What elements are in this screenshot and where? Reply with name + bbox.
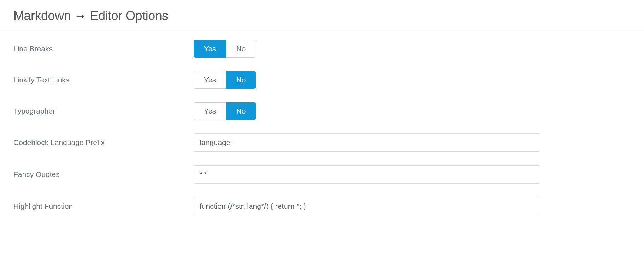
label-typographer: Typographer: [13, 107, 194, 115]
toggle-typographer: Yes No: [194, 102, 256, 120]
toggle-linkify-no[interactable]: No: [226, 71, 256, 89]
row-linkify: Linkify Text Links Yes No: [13, 71, 631, 89]
row-fancy-quotes: Fancy Quotes: [13, 165, 631, 184]
toggle-line-breaks-yes[interactable]: Yes: [194, 40, 226, 58]
row-line-breaks: Line Breaks Yes No: [13, 40, 631, 58]
page-title: Markdown → Editor Options: [13, 8, 631, 23]
toggle-line-breaks-no[interactable]: No: [226, 40, 256, 58]
label-fancy-quotes: Fancy Quotes: [13, 170, 194, 179]
control-wrap: [194, 133, 631, 152]
label-linkify: Linkify Text Links: [13, 76, 194, 84]
toggle-linkify: Yes No: [194, 71, 256, 89]
row-codeblock-prefix: Codeblock Language Prefix: [13, 133, 631, 152]
input-highlight-function[interactable]: [194, 197, 540, 215]
options-form: Line Breaks Yes No Linkify Text Links Ye…: [0, 30, 644, 225]
row-typographer: Typographer Yes No: [13, 102, 631, 120]
input-codeblock-prefix[interactable]: [194, 133, 540, 152]
row-highlight-function: Highlight Function: [13, 197, 631, 215]
label-codeblock-prefix: Codeblock Language Prefix: [13, 138, 194, 147]
input-fancy-quotes[interactable]: [194, 165, 540, 184]
control-wrap: Yes No: [194, 40, 631, 58]
control-wrap: [194, 197, 631, 215]
control-wrap: Yes No: [194, 102, 631, 120]
toggle-typographer-no[interactable]: No: [226, 102, 256, 120]
page-header: Markdown → Editor Options: [0, 0, 644, 30]
label-highlight-function: Highlight Function: [13, 202, 194, 210]
label-line-breaks: Line Breaks: [13, 45, 194, 53]
toggle-linkify-yes[interactable]: Yes: [194, 71, 226, 89]
control-wrap: [194, 165, 631, 184]
control-wrap: Yes No: [194, 71, 631, 89]
toggle-line-breaks: Yes No: [194, 40, 256, 58]
toggle-typographer-yes[interactable]: Yes: [194, 102, 226, 120]
